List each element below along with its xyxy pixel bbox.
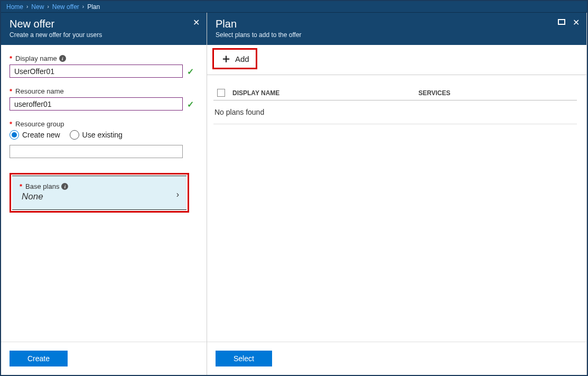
required-icon: * <box>10 120 12 128</box>
select-button[interactable]: Select <box>216 351 272 366</box>
col-services[interactable]: SERVICES <box>418 89 577 97</box>
chevron-right-icon: › <box>176 190 179 199</box>
chevron-right-icon: › <box>82 4 84 10</box>
info-icon[interactable]: i <box>59 55 66 62</box>
add-label: Add <box>235 54 249 63</box>
base-plans-highlight: * Base plans i None › <box>10 173 189 213</box>
breadcrumb-link-new[interactable]: New <box>31 3 44 11</box>
radio-create-new[interactable]: Create new <box>10 130 60 140</box>
close-icon[interactable]: ✕ <box>571 17 581 27</box>
radio-create-new-label: Create new <box>22 131 60 139</box>
required-icon: * <box>10 54 12 62</box>
base-plans-value: None <box>22 191 179 202</box>
breadcrumb-link-home[interactable]: Home <box>6 3 23 11</box>
base-plans-selector[interactable]: * Base plans i None › <box>12 176 186 210</box>
empty-state-text: No plans found <box>213 100 577 124</box>
breadcrumb: Home › New › New offer › Plan <box>1 1 587 13</box>
blade-new-offer: New offer Create a new offer for your us… <box>1 13 207 375</box>
select-all-checkbox[interactable] <box>217 89 225 97</box>
required-icon: * <box>20 182 22 190</box>
radio-use-existing-label: Use existing <box>82 131 123 139</box>
chevron-right-icon: › <box>26 4 28 10</box>
check-icon: ✓ <box>187 67 194 77</box>
blade-header: Plan Select plans to add to the offer ✕ <box>207 13 586 45</box>
base-plans-label: Base plans <box>25 182 59 190</box>
breadcrumb-link-new-offer[interactable]: New offer <box>52 3 79 11</box>
create-button[interactable]: Create <box>10 351 68 366</box>
close-icon[interactable]: ✕ <box>191 17 201 27</box>
check-icon: ✓ <box>187 99 194 109</box>
required-icon: * <box>10 87 12 95</box>
plus-icon: ＋ <box>220 53 232 65</box>
resource-group-input[interactable] <box>10 145 183 158</box>
blade-title: Plan <box>216 18 578 30</box>
resource-name-label: Resource name <box>15 87 64 95</box>
blade-plan: Plan Select plans to add to the offer ✕ … <box>207 13 587 375</box>
resource-name-input[interactable] <box>10 97 183 111</box>
col-display-name[interactable]: DISPLAY NAME <box>228 89 418 97</box>
table-header: DISPLAY NAME SERVICES <box>213 86 577 100</box>
add-highlight: ＋ Add <box>212 48 257 69</box>
radio-use-existing[interactable]: Use existing <box>70 130 123 140</box>
blade-header: New offer Create a new offer for your us… <box>1 13 207 45</box>
breadcrumb-current: Plan <box>87 3 100 11</box>
display-name-input[interactable] <box>10 65 183 78</box>
resource-group-label: Resource group <box>15 120 64 128</box>
info-icon[interactable]: i <box>61 183 68 190</box>
add-button[interactable]: ＋ Add <box>215 51 255 67</box>
maximize-icon[interactable] <box>558 19 565 25</box>
chevron-right-icon: › <box>47 4 49 10</box>
blade-title: New offer <box>10 18 198 30</box>
blade-subtitle: Create a new offer for your users <box>10 31 198 39</box>
blade-subtitle: Select plans to add to the offer <box>216 31 578 39</box>
display-name-label: Display name <box>15 54 57 62</box>
